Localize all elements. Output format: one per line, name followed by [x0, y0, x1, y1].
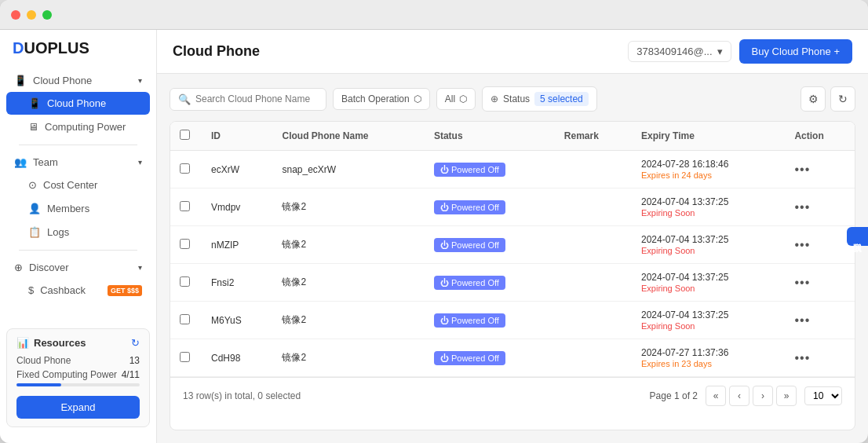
- sidebar-group-cloud-phone[interactable]: 📱 Cloud Phone ▾: [6, 70, 150, 91]
- row-remark: [555, 189, 632, 226]
- th-checkbox[interactable]: [170, 122, 202, 151]
- sidebar-item-members[interactable]: 👤 Members: [6, 197, 150, 220]
- row-action[interactable]: •••: [785, 189, 855, 226]
- page-size-select[interactable]: 10 20 50: [804, 386, 842, 405]
- sidebar-group-team[interactable]: 👥 Team ▾: [6, 152, 150, 173]
- first-page-button[interactable]: «: [706, 386, 726, 406]
- action-menu-button[interactable]: •••: [794, 276, 810, 289]
- row-checkbox-cell[interactable]: [170, 264, 202, 302]
- status-filter[interactable]: ⊕ Status 5 selected: [482, 86, 597, 112]
- contact-float-button[interactable]: 联系我们: [847, 227, 868, 246]
- action-menu-button[interactable]: •••: [794, 313, 810, 327]
- row-checkbox[interactable]: [180, 314, 190, 324]
- th-remark: Remark: [555, 122, 632, 151]
- cashback-icon: $: [28, 284, 34, 296]
- expiry-time: 2024-07-04 13:37:25: [641, 196, 775, 207]
- status-filter-label: Status: [503, 93, 530, 104]
- maximize-dot[interactable]: [42, 10, 52, 20]
- row-id: Vmdpv: [202, 189, 272, 226]
- batch-operation-label: Batch Operation: [341, 93, 410, 104]
- sidebar-item-cloud-phone[interactable]: 📱 Cloud Phone: [6, 92, 150, 115]
- row-checkbox-cell[interactable]: [170, 189, 202, 226]
- computing-power-resource-row: Fixed Computing Power 4/11: [16, 369, 140, 380]
- row-expiry: 2024-07-04 13:37:25 Expiring Soon: [632, 302, 785, 339]
- batch-operation-dropdown[interactable]: Batch Operation ⬡: [333, 88, 430, 110]
- search-input[interactable]: [195, 93, 318, 104]
- sidebar-item-computing-power[interactable]: 🖥 Computing Power: [6, 115, 150, 138]
- row-checkbox[interactable]: [180, 201, 190, 211]
- row-checkbox[interactable]: [180, 352, 190, 362]
- row-name: 镜像2: [272, 226, 424, 264]
- header-right: 3783409146@... ▾ Buy Cloud Phone +: [628, 39, 852, 64]
- action-menu-button[interactable]: •••: [794, 200, 810, 214]
- sidebar-group-cloud-phone-label: Cloud Phone: [33, 75, 92, 86]
- sidebar-item-logs[interactable]: 📋 Logs: [6, 221, 150, 243]
- row-status: ⏻ Powered Off: [425, 226, 555, 264]
- titlebar: [0, 0, 868, 30]
- main-content: 🔍 Batch Operation ⬡ All ⬡ ⊕ Status 5: [157, 74, 868, 443]
- search-box[interactable]: 🔍: [170, 88, 326, 111]
- main-header: Cloud Phone 3783409146@... ▾ Buy Cloud P…: [157, 30, 868, 74]
- row-checkbox[interactable]: [180, 239, 190, 249]
- chevron-down-icon-account: ▾: [717, 46, 723, 57]
- row-action[interactable]: •••: [785, 339, 855, 377]
- sidebar-group-discover[interactable]: ⊕ Discover ▾: [6, 257, 150, 278]
- logo-d: D: [13, 39, 24, 57]
- row-checkbox[interactable]: [180, 163, 190, 174]
- last-page-button[interactable]: »: [776, 386, 797, 406]
- refresh-button[interactable]: ↻: [830, 86, 855, 112]
- buy-cloud-phone-button[interactable]: Buy Cloud Phone +: [739, 39, 852, 64]
- table-header: ID Cloud Phone Name Status Remark Expiry…: [170, 122, 855, 151]
- row-action[interactable]: •••: [785, 264, 855, 302]
- sidebar-item-members-label: Members: [47, 203, 89, 214]
- expiry-time: 2024-07-04 13:37:25: [641, 309, 775, 320]
- row-checkbox[interactable]: [180, 276, 190, 287]
- row-action[interactable]: •••: [785, 151, 855, 189]
- sidebar-item-cashback[interactable]: $ Cashback GET $$$: [6, 279, 150, 302]
- resources-header: 📊 Resources ↻: [16, 337, 140, 349]
- row-action[interactable]: •••: [785, 302, 855, 339]
- table: ID Cloud Phone Name Status Remark Expiry…: [170, 122, 855, 377]
- row-expiry: 2024-07-04 13:37:25 Expiring Soon: [632, 189, 785, 226]
- row-expiry: 2024-07-28 16:18:46 Expires in 24 days: [632, 151, 785, 189]
- action-menu-button[interactable]: •••: [794, 238, 810, 251]
- chevron-down-icon: ▾: [138, 76, 142, 85]
- filter-settings-button[interactable]: ⚙: [801, 86, 826, 112]
- th-id: ID: [202, 122, 272, 151]
- expiry-sub: Expires in 24 days: [641, 170, 775, 180]
- th-status: Status: [425, 122, 555, 151]
- bar-chart-icon: 📊: [16, 337, 29, 349]
- expiry-sub: Expiring Soon: [641, 321, 775, 331]
- row-checkbox-cell[interactable]: [170, 302, 202, 339]
- row-name: 镜像2: [272, 189, 424, 226]
- row-checkbox-cell[interactable]: [170, 226, 202, 264]
- row-checkbox-cell[interactable]: [170, 339, 202, 377]
- refresh-icon: ↻: [838, 93, 848, 105]
- account-selector[interactable]: 3783409146@... ▾: [628, 41, 731, 62]
- refresh-resources-icon[interactable]: ↻: [131, 337, 140, 349]
- sidebar-item-computing-power-label: Computing Power: [45, 121, 126, 133]
- th-expiry: Expiry Time: [632, 122, 785, 151]
- expand-button[interactable]: Expand: [16, 396, 140, 419]
- action-menu-button[interactable]: •••: [794, 163, 810, 176]
- select-all-checkbox[interactable]: [180, 130, 190, 140]
- expiry-sub: Expiring Soon: [641, 208, 775, 218]
- chevron-down-icon-discover: ▾: [138, 263, 142, 272]
- minimize-dot[interactable]: [27, 10, 36, 20]
- sidebar-item-cost-center[interactable]: ⊙ Cost Center: [6, 174, 150, 196]
- row-remark: [555, 302, 632, 339]
- action-menu-button[interactable]: •••: [794, 351, 810, 364]
- pagination: Page 1 of 2 « ‹ › » 10 20 50: [650, 386, 842, 406]
- sidebar-item-cost-center-label: Cost Center: [43, 179, 97, 191]
- next-page-button[interactable]: ›: [753, 386, 773, 406]
- row-checkbox-cell[interactable]: [170, 151, 202, 189]
- row-action[interactable]: •••: [785, 226, 855, 264]
- row-status: ⏻ Powered Off: [425, 189, 555, 226]
- sidebar-group-discover-label: Discover: [29, 262, 69, 273]
- cloud-phone-resource-count: 13: [129, 355, 140, 366]
- all-filter-dropdown[interactable]: All ⬡: [436, 88, 476, 110]
- prev-page-button[interactable]: ‹: [729, 386, 749, 406]
- resources-title: 📊 Resources: [16, 337, 86, 349]
- close-dot[interactable]: [11, 10, 20, 20]
- compass-icon: ⊕: [14, 262, 23, 273]
